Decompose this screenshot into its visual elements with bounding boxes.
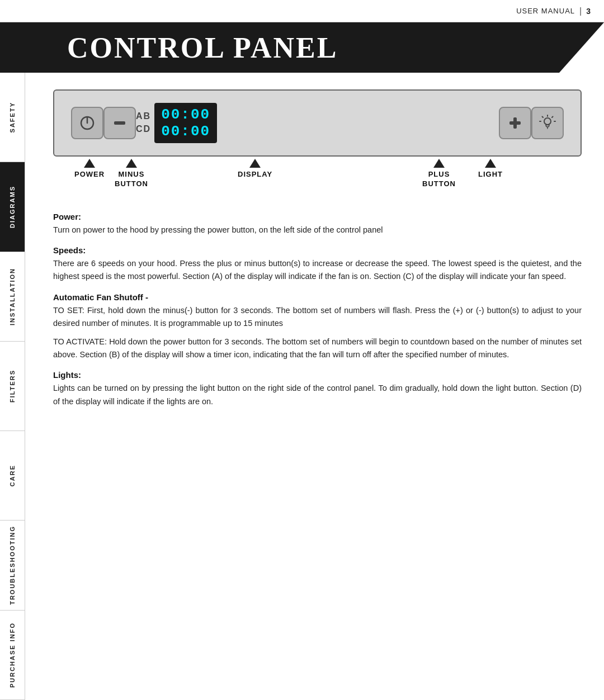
plus-button[interactable] (499, 107, 531, 139)
display-arrow (249, 159, 261, 168)
manual-label: USER MANUAL (516, 7, 575, 15)
display-bottom: 00:00 (161, 124, 210, 139)
sidebar-item-purchase-info[interactable]: Purchase Info (0, 611, 25, 700)
sidebar-item-label: Diagrams (9, 186, 16, 228)
svg-line-9 (542, 117, 544, 118)
display-top: 00:00 (161, 107, 210, 122)
minus-button[interactable] (103, 107, 136, 139)
abcd-labels: A B C D (136, 111, 150, 135)
power-label-group: POWER (74, 159, 105, 179)
svg-line-7 (552, 117, 553, 118)
auto-shutoff-body1: TO SET: First, hold down the minus(-) bu… (53, 304, 582, 362)
sidebar-item-troubleshooting[interactable]: Troubleshooting (0, 521, 25, 610)
power-body: Turn on power to the hood by pressing th… (53, 224, 582, 237)
power-label: POWER (74, 170, 105, 179)
lights-body: Lights can be turned on by pressing the … (53, 382, 582, 408)
lights-section: Lights: Lights can be turned on by press… (53, 370, 582, 408)
power-heading: Power: (53, 212, 582, 221)
minus-label: MINUSBUTTON (115, 170, 148, 189)
light-label-group: LIGHT (478, 159, 503, 179)
minus-arrow (126, 159, 137, 168)
svg-rect-2 (114, 121, 125, 125)
plus-label-group: PLUSBUTTON (422, 159, 456, 189)
sidebar-item-diagrams[interactable]: Diagrams (0, 162, 25, 252)
power-button[interactable] (71, 107, 103, 139)
page-number: 3 (586, 7, 591, 16)
diagram-container: A B C D 00:00 00:00 (53, 89, 582, 201)
sidebar-item-installation[interactable]: Installation (0, 252, 25, 342)
display-label: DISPLAY (238, 170, 272, 179)
page-title: Control Panel (67, 31, 338, 64)
display-label-group: DISPLAY (238, 159, 272, 179)
light-button[interactable] (531, 107, 564, 139)
light-arrow (485, 159, 496, 168)
speeds-body: There are 6 speeds on your hood. Press t… (53, 257, 582, 283)
display-digits: 00:00 00:00 (154, 103, 217, 143)
main-content: A B C D 00:00 00:00 (25, 73, 604, 700)
sidebar-item-label: Installation (9, 268, 16, 325)
sidebar: Safety Diagrams Installation Filters Car… (0, 73, 25, 700)
top-bar: USER MANUAL | 3 (0, 0, 604, 22)
minus-label-group: MINUSBUTTON (115, 159, 148, 189)
sidebar-item-label: Filters (9, 370, 16, 403)
label-c: C (136, 124, 143, 135)
body-content: Power: Turn on power to the hood by pres… (53, 212, 582, 408)
svg-rect-4 (513, 117, 517, 129)
svg-point-5 (544, 118, 551, 125)
control-panel-diagram: A B C D 00:00 00:00 (53, 89, 582, 157)
plus-label: PLUSBUTTON (422, 170, 456, 189)
sidebar-item-label: Care (9, 465, 16, 486)
speeds-heading: Speeds: (53, 245, 582, 255)
separator: | (579, 6, 582, 16)
label-d: D (144, 124, 150, 135)
power-arrow (84, 159, 95, 168)
auto-shutoff-heading: Automatic Fan Shutoff - (53, 292, 582, 302)
power-section: Power: Turn on power to the hood by pres… (53, 212, 582, 237)
label-b: B (144, 111, 150, 122)
title-bar: Control Panel (0, 22, 604, 73)
auto-shutoff-section: Automatic Fan Shutoff - TO SET: First, h… (53, 292, 582, 362)
lights-heading: Lights: (53, 370, 582, 380)
light-label: LIGHT (478, 170, 503, 179)
sidebar-item-filters[interactable]: Filters (0, 342, 25, 431)
display-section: A B C D 00:00 00:00 (136, 103, 217, 143)
sidebar-item-label: Purchase Info (9, 622, 16, 688)
speeds-section: Speeds: There are 6 speeds on your hood.… (53, 245, 582, 283)
panel-labels-row: POWER MINUSBUTTON DISPLAY PLUSBUTTON LIG… (53, 159, 582, 201)
label-a: A (136, 111, 143, 122)
plus-arrow (433, 159, 445, 168)
sidebar-item-label: Troubleshooting (9, 526, 16, 605)
sidebar-item-care[interactable]: Care (0, 431, 25, 521)
sidebar-item-safety[interactable]: Safety (0, 73, 25, 162)
sidebar-item-label: Safety (9, 102, 16, 133)
